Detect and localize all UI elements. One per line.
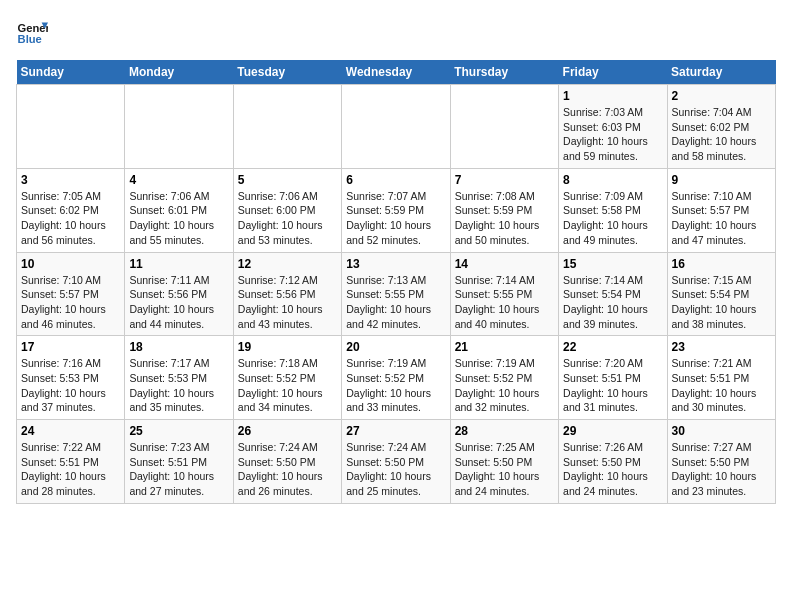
day-info: Sunrise: 7:19 AM Sunset: 5:52 PM Dayligh… — [346, 356, 445, 415]
weekday-header: Thursday — [450, 60, 558, 85]
day-number: 29 — [563, 424, 662, 438]
day-info: Sunrise: 7:24 AM Sunset: 5:50 PM Dayligh… — [346, 440, 445, 499]
day-info: Sunrise: 7:27 AM Sunset: 5:50 PM Dayligh… — [672, 440, 771, 499]
day-number: 27 — [346, 424, 445, 438]
calendar-cell: 13Sunrise: 7:13 AM Sunset: 5:55 PM Dayli… — [342, 252, 450, 336]
day-info: Sunrise: 7:13 AM Sunset: 5:55 PM Dayligh… — [346, 273, 445, 332]
day-info: Sunrise: 7:06 AM Sunset: 6:00 PM Dayligh… — [238, 189, 337, 248]
day-info: Sunrise: 7:08 AM Sunset: 5:59 PM Dayligh… — [455, 189, 554, 248]
day-number: 25 — [129, 424, 228, 438]
calendar-cell: 14Sunrise: 7:14 AM Sunset: 5:55 PM Dayli… — [450, 252, 558, 336]
calendar-cell: 20Sunrise: 7:19 AM Sunset: 5:52 PM Dayli… — [342, 336, 450, 420]
day-number: 6 — [346, 173, 445, 187]
calendar-cell — [342, 85, 450, 169]
calendar-cell: 19Sunrise: 7:18 AM Sunset: 5:52 PM Dayli… — [233, 336, 341, 420]
calendar-cell — [450, 85, 558, 169]
day-number: 2 — [672, 89, 771, 103]
day-info: Sunrise: 7:21 AM Sunset: 5:51 PM Dayligh… — [672, 356, 771, 415]
calendar-cell: 3Sunrise: 7:05 AM Sunset: 6:02 PM Daylig… — [17, 168, 125, 252]
calendar-week-row: 24Sunrise: 7:22 AM Sunset: 5:51 PM Dayli… — [17, 420, 776, 504]
day-number: 14 — [455, 257, 554, 271]
calendar-cell: 17Sunrise: 7:16 AM Sunset: 5:53 PM Dayli… — [17, 336, 125, 420]
calendar-cell: 16Sunrise: 7:15 AM Sunset: 5:54 PM Dayli… — [667, 252, 775, 336]
day-number: 9 — [672, 173, 771, 187]
calendar-cell: 1Sunrise: 7:03 AM Sunset: 6:03 PM Daylig… — [559, 85, 667, 169]
page-header: General Blue — [16, 16, 776, 48]
day-number: 20 — [346, 340, 445, 354]
day-info: Sunrise: 7:19 AM Sunset: 5:52 PM Dayligh… — [455, 356, 554, 415]
calendar-cell: 15Sunrise: 7:14 AM Sunset: 5:54 PM Dayli… — [559, 252, 667, 336]
day-number: 30 — [672, 424, 771, 438]
calendar-week-row: 1Sunrise: 7:03 AM Sunset: 6:03 PM Daylig… — [17, 85, 776, 169]
logo: General Blue — [16, 16, 48, 48]
calendar-cell: 25Sunrise: 7:23 AM Sunset: 5:51 PM Dayli… — [125, 420, 233, 504]
day-info: Sunrise: 7:15 AM Sunset: 5:54 PM Dayligh… — [672, 273, 771, 332]
day-number: 5 — [238, 173, 337, 187]
weekday-header: Saturday — [667, 60, 775, 85]
calendar-table: SundayMondayTuesdayWednesdayThursdayFrid… — [16, 60, 776, 504]
calendar-cell — [125, 85, 233, 169]
day-info: Sunrise: 7:22 AM Sunset: 5:51 PM Dayligh… — [21, 440, 120, 499]
calendar-header-row: SundayMondayTuesdayWednesdayThursdayFrid… — [17, 60, 776, 85]
calendar-cell: 22Sunrise: 7:20 AM Sunset: 5:51 PM Dayli… — [559, 336, 667, 420]
svg-text:Blue: Blue — [18, 33, 42, 45]
day-info: Sunrise: 7:17 AM Sunset: 5:53 PM Dayligh… — [129, 356, 228, 415]
day-info: Sunrise: 7:06 AM Sunset: 6:01 PM Dayligh… — [129, 189, 228, 248]
day-info: Sunrise: 7:12 AM Sunset: 5:56 PM Dayligh… — [238, 273, 337, 332]
day-number: 4 — [129, 173, 228, 187]
day-number: 10 — [21, 257, 120, 271]
calendar-cell: 8Sunrise: 7:09 AM Sunset: 5:58 PM Daylig… — [559, 168, 667, 252]
day-number: 15 — [563, 257, 662, 271]
calendar-cell: 5Sunrise: 7:06 AM Sunset: 6:00 PM Daylig… — [233, 168, 341, 252]
weekday-header: Wednesday — [342, 60, 450, 85]
day-number: 12 — [238, 257, 337, 271]
calendar-cell: 18Sunrise: 7:17 AM Sunset: 5:53 PM Dayli… — [125, 336, 233, 420]
day-info: Sunrise: 7:05 AM Sunset: 6:02 PM Dayligh… — [21, 189, 120, 248]
weekday-header: Monday — [125, 60, 233, 85]
day-info: Sunrise: 7:16 AM Sunset: 5:53 PM Dayligh… — [21, 356, 120, 415]
calendar-cell: 27Sunrise: 7:24 AM Sunset: 5:50 PM Dayli… — [342, 420, 450, 504]
day-info: Sunrise: 7:26 AM Sunset: 5:50 PM Dayligh… — [563, 440, 662, 499]
weekday-header: Sunday — [17, 60, 125, 85]
weekday-header: Friday — [559, 60, 667, 85]
day-info: Sunrise: 7:14 AM Sunset: 5:55 PM Dayligh… — [455, 273, 554, 332]
calendar-cell: 30Sunrise: 7:27 AM Sunset: 5:50 PM Dayli… — [667, 420, 775, 504]
day-info: Sunrise: 7:14 AM Sunset: 5:54 PM Dayligh… — [563, 273, 662, 332]
calendar-cell: 4Sunrise: 7:06 AM Sunset: 6:01 PM Daylig… — [125, 168, 233, 252]
calendar-week-row: 3Sunrise: 7:05 AM Sunset: 6:02 PM Daylig… — [17, 168, 776, 252]
day-number: 16 — [672, 257, 771, 271]
day-info: Sunrise: 7:04 AM Sunset: 6:02 PM Dayligh… — [672, 105, 771, 164]
day-number: 23 — [672, 340, 771, 354]
calendar-cell: 11Sunrise: 7:11 AM Sunset: 5:56 PM Dayli… — [125, 252, 233, 336]
calendar-cell: 28Sunrise: 7:25 AM Sunset: 5:50 PM Dayli… — [450, 420, 558, 504]
day-number: 26 — [238, 424, 337, 438]
day-number: 8 — [563, 173, 662, 187]
calendar-cell: 29Sunrise: 7:26 AM Sunset: 5:50 PM Dayli… — [559, 420, 667, 504]
day-info: Sunrise: 7:24 AM Sunset: 5:50 PM Dayligh… — [238, 440, 337, 499]
day-number: 3 — [21, 173, 120, 187]
calendar-cell: 7Sunrise: 7:08 AM Sunset: 5:59 PM Daylig… — [450, 168, 558, 252]
day-info: Sunrise: 7:23 AM Sunset: 5:51 PM Dayligh… — [129, 440, 228, 499]
calendar-cell: 2Sunrise: 7:04 AM Sunset: 6:02 PM Daylig… — [667, 85, 775, 169]
calendar-cell: 21Sunrise: 7:19 AM Sunset: 5:52 PM Dayli… — [450, 336, 558, 420]
calendar-cell: 12Sunrise: 7:12 AM Sunset: 5:56 PM Dayli… — [233, 252, 341, 336]
day-number: 22 — [563, 340, 662, 354]
day-number: 1 — [563, 89, 662, 103]
day-number: 11 — [129, 257, 228, 271]
calendar-cell: 9Sunrise: 7:10 AM Sunset: 5:57 PM Daylig… — [667, 168, 775, 252]
day-info: Sunrise: 7:11 AM Sunset: 5:56 PM Dayligh… — [129, 273, 228, 332]
day-number: 13 — [346, 257, 445, 271]
calendar-cell — [233, 85, 341, 169]
day-info: Sunrise: 7:10 AM Sunset: 5:57 PM Dayligh… — [21, 273, 120, 332]
day-info: Sunrise: 7:07 AM Sunset: 5:59 PM Dayligh… — [346, 189, 445, 248]
logo-icon: General Blue — [16, 16, 48, 48]
day-info: Sunrise: 7:03 AM Sunset: 6:03 PM Dayligh… — [563, 105, 662, 164]
calendar-cell — [17, 85, 125, 169]
day-info: Sunrise: 7:10 AM Sunset: 5:57 PM Dayligh… — [672, 189, 771, 248]
calendar-cell: 23Sunrise: 7:21 AM Sunset: 5:51 PM Dayli… — [667, 336, 775, 420]
calendar-body: 1Sunrise: 7:03 AM Sunset: 6:03 PM Daylig… — [17, 85, 776, 504]
calendar-cell: 6Sunrise: 7:07 AM Sunset: 5:59 PM Daylig… — [342, 168, 450, 252]
calendar-cell: 26Sunrise: 7:24 AM Sunset: 5:50 PM Dayli… — [233, 420, 341, 504]
day-info: Sunrise: 7:18 AM Sunset: 5:52 PM Dayligh… — [238, 356, 337, 415]
calendar-week-row: 10Sunrise: 7:10 AM Sunset: 5:57 PM Dayli… — [17, 252, 776, 336]
